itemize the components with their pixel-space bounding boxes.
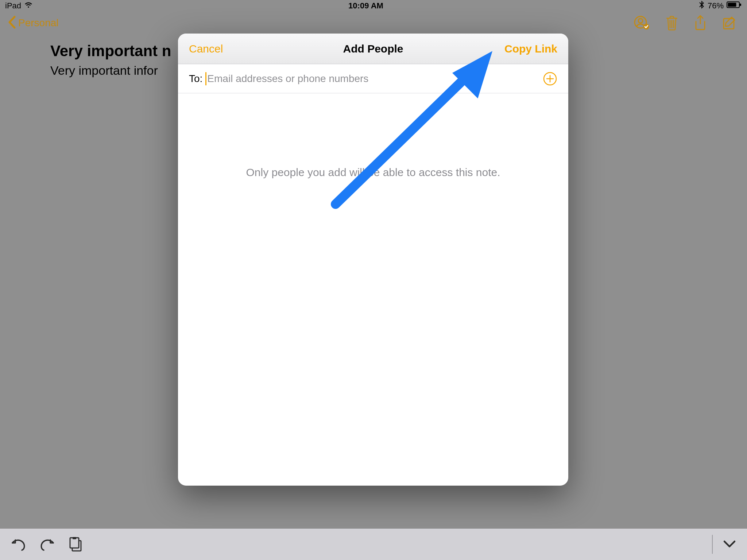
chevron-left-icon <box>7 16 16 30</box>
undo-button[interactable] <box>10 538 26 551</box>
modal-header: Cancel Add People Copy Link <box>178 34 568 64</box>
redo-button[interactable] <box>39 538 55 551</box>
svg-rect-1 <box>728 3 736 7</box>
svg-rect-2 <box>740 4 741 6</box>
toolbar-divider <box>712 535 713 554</box>
svg-rect-11 <box>70 538 79 548</box>
add-contact-button[interactable] <box>543 71 557 86</box>
battery-icon <box>727 1 742 11</box>
clock: 10:09 AM <box>348 1 383 11</box>
to-row[interactable]: To: <box>178 64 568 93</box>
to-label: To: <box>189 73 202 85</box>
bluetooth-icon <box>699 1 705 11</box>
add-people-modal: Cancel Add People Copy Link To: Only peo… <box>178 34 568 486</box>
wifi-icon <box>24 0 33 11</box>
keyboard-dismiss-button[interactable] <box>722 539 737 549</box>
compose-icon[interactable] <box>722 16 737 30</box>
statusbar: iPad 10:09 AM 76% <box>0 0 747 12</box>
device-label: iPad <box>5 1 21 11</box>
back-label: Personal <box>18 17 59 29</box>
trash-icon[interactable] <box>665 15 678 31</box>
modal-info-text: Only people you add will be able to acce… <box>178 166 568 179</box>
note-body-line: Very important infor <box>50 63 171 78</box>
battery-percent: 76% <box>708 1 724 11</box>
back-button[interactable]: Personal <box>7 16 59 30</box>
recipients-input[interactable] <box>207 73 543 85</box>
bottom-toolbar <box>0 529 747 560</box>
collaborate-icon[interactable] <box>634 16 650 30</box>
note-preview: Very important n Very important infor <box>50 42 171 78</box>
text-cursor <box>205 72 206 85</box>
clipboard-icon[interactable] <box>69 537 82 552</box>
note-title: Very important n <box>50 42 171 60</box>
copy-link-button[interactable]: Copy Link <box>504 43 557 55</box>
cancel-button[interactable]: Cancel <box>189 43 223 55</box>
modal-title: Add People <box>262 43 484 55</box>
svg-point-4 <box>638 19 643 23</box>
share-icon[interactable] <box>694 15 707 31</box>
app-header: Personal <box>0 12 747 34</box>
svg-rect-12 <box>73 537 76 539</box>
